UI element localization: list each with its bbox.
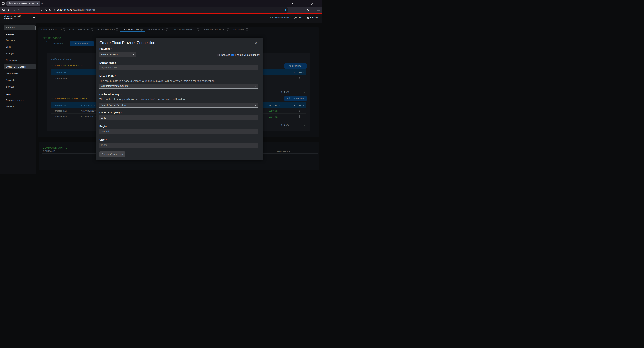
svg-text:?: ? [295,17,296,18]
